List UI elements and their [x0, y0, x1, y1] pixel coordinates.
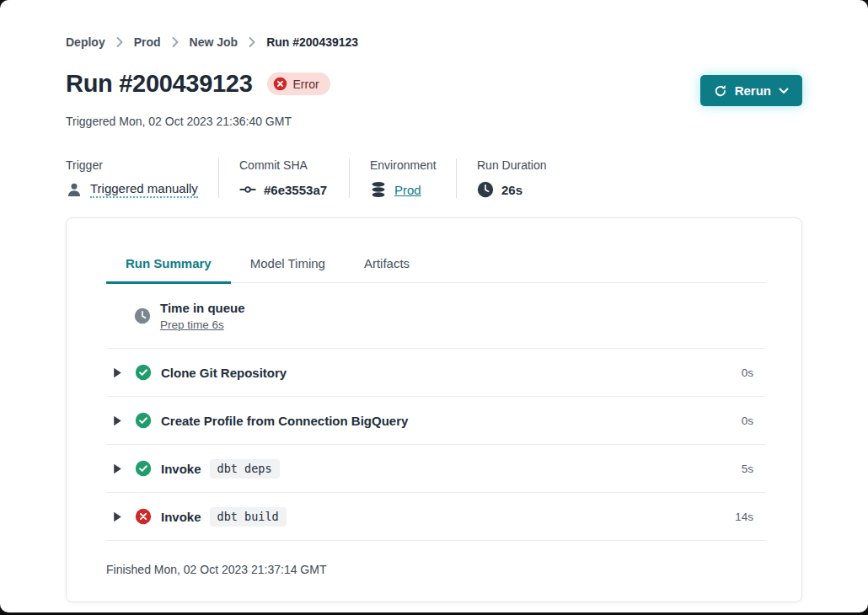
queue-row: Time in queue Prep time 6s — [106, 283, 766, 349]
rerun-button[interactable]: Rerun — [700, 75, 802, 106]
breadcrumb-prod[interactable]: Prod — [134, 35, 161, 49]
success-check-icon — [135, 460, 152, 477]
breadcrumb-deploy[interactable]: Deploy — [66, 35, 105, 49]
status-badge: Error — [267, 72, 330, 95]
step-duration: 0s — [742, 366, 753, 379]
step-title: Clone Git Repository — [161, 366, 287, 380]
breadcrumb-current-run: Run #200439123 — [266, 35, 358, 49]
step-duration: 0s — [742, 414, 753, 427]
error-circle-icon — [135, 508, 152, 525]
tab-run-summary[interactable]: Run Summary — [106, 256, 231, 284]
chevron-right-icon — [172, 37, 179, 47]
success-check-icon — [135, 364, 152, 381]
command-chip: dbt deps — [210, 459, 280, 479]
error-circle-icon — [273, 77, 287, 91]
status-badge-label: Error — [293, 78, 319, 91]
trigger-value-link[interactable]: Triggered manually — [90, 181, 198, 198]
app-window: Deploy Prod New Job Run #200439123 Run #… — [0, 0, 868, 612]
run-summary-card: Run Summary Model Timing Artifacts Time … — [66, 217, 802, 602]
page-header: Run #200439123 Error Rerun — [66, 70, 802, 106]
tab-artifacts[interactable]: Artifacts — [345, 256, 429, 284]
meta-environment: Environment Prod — [370, 158, 436, 198]
step-row-create-profile: Create Profile from Connection BigQuery … — [106, 397, 766, 445]
meta-run-duration: Run Duration 26s — [477, 158, 547, 198]
meta-divider — [456, 158, 457, 198]
chevron-right-icon — [116, 37, 123, 47]
step-title: Invoke — [161, 462, 201, 476]
clock-icon — [134, 308, 151, 324]
prep-time-link[interactable]: Prep time 6s — [160, 318, 245, 331]
chevron-right-icon — [249, 37, 255, 47]
user-icon — [66, 181, 83, 198]
step-duration: 5s — [742, 463, 753, 475]
step-row-clone-git: Clone Git Repository 0s — [106, 349, 766, 397]
commit-sha-value: #6e3553a7 — [264, 183, 327, 197]
caret-right-icon[interactable] — [113, 463, 122, 474]
rerun-button-label: Rerun — [735, 83, 771, 98]
meta-duration-label: Run Duration — [477, 158, 547, 172]
meta-trigger-label: Trigger — [66, 158, 198, 172]
command-chip: dbt build — [210, 507, 287, 527]
meta-commit-label: Commit SHA — [239, 158, 329, 172]
breadcrumb: Deploy Prod New Job Run #200439123 — [66, 35, 802, 49]
tab-bar: Run Summary Model Timing Artifacts — [106, 218, 766, 283]
duration-value: 26s — [501, 183, 522, 197]
chevron-down-icon — [779, 88, 789, 94]
success-check-icon — [135, 412, 152, 429]
caret-right-icon[interactable] — [113, 415, 122, 426]
meta-divider — [218, 158, 219, 198]
page-title: Run #200439123 — [66, 70, 253, 98]
step-row-dbt-build: Invoke dbt build 14s — [106, 493, 766, 541]
step-duration: 14s — [735, 511, 753, 523]
git-commit-icon — [239, 181, 256, 198]
environment-link[interactable]: Prod — [394, 183, 421, 197]
meta-trigger: Trigger Triggered manually — [66, 158, 198, 198]
triggered-timestamp: Triggered Mon, 02 Oct 2023 21:36:40 GMT — [66, 115, 802, 128]
meta-environment-label: Environment — [370, 158, 436, 172]
meta-commit-sha: Commit SHA #6e3553a7 — [239, 158, 329, 198]
queue-title: Time in queue — [160, 301, 245, 315]
caret-right-icon[interactable] — [113, 367, 122, 378]
step-title: Create Profile from Connection BigQuery — [161, 414, 408, 428]
clock-icon — [477, 181, 494, 198]
meta-divider — [349, 158, 350, 198]
breadcrumb-new-job[interactable]: New Job — [190, 35, 238, 49]
step-title: Invoke — [161, 510, 201, 524]
tab-model-timing[interactable]: Model Timing — [231, 256, 345, 284]
database-icon — [370, 181, 387, 198]
refresh-icon — [714, 84, 727, 98]
run-metadata: Trigger Triggered manually Commit SHA #6… — [66, 158, 802, 198]
finished-timestamp: Finished Mon, 02 Oct 2023 21:37:14 GMT — [106, 541, 766, 602]
step-row-dbt-deps: Invoke dbt deps 5s — [106, 445, 766, 493]
caret-right-icon[interactable] — [113, 511, 122, 522]
